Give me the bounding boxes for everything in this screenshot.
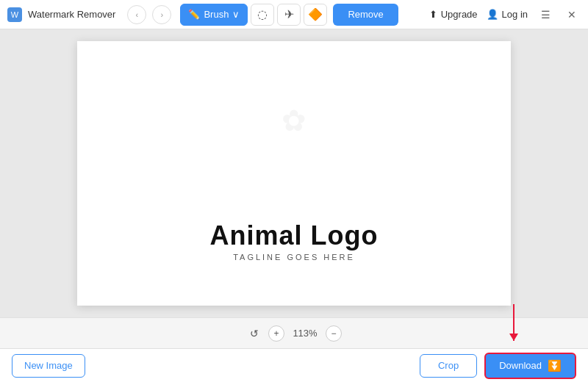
- lasso-tool-button[interactable]: ◌: [251, 4, 274, 26]
- actionbar: New Image Crop Download ⏬: [0, 348, 588, 382]
- logo-title: Animal Logo: [210, 220, 379, 251]
- close-button[interactable]: ✕: [563, 6, 581, 24]
- forward-button[interactable]: ›: [152, 5, 171, 24]
- upgrade-icon: ⬆: [429, 9, 437, 20]
- tool-group: ✏️ Brush ∨ ◌ ✈ 🔶: [180, 4, 327, 26]
- main-area: ✿ Animal Logo TAGLINE GOES HERE: [0, 29, 588, 317]
- menu-button[interactable]: ☰: [537, 6, 554, 24]
- pin-tool-button[interactable]: ✈: [277, 4, 301, 26]
- zoom-out-button[interactable]: −: [326, 325, 342, 342]
- zoom-level: 113%: [290, 328, 320, 339]
- logo-area: Animal Logo TAGLINE GOES HERE: [210, 220, 379, 262]
- app-title: Watermark Remover: [28, 9, 115, 20]
- new-image-button[interactable]: New Image: [12, 354, 85, 378]
- zoom-in-button[interactable]: +: [268, 325, 284, 342]
- download-label: Download: [499, 360, 542, 371]
- download-icon: ⏬: [548, 359, 562, 372]
- brush-label: Brush: [204, 9, 229, 20]
- login-label: Log in: [502, 9, 528, 20]
- eraser-tool-button[interactable]: 🔶: [304, 4, 327, 26]
- statusbar: ↺ + 113% −: [0, 317, 588, 348]
- upgrade-button[interactable]: ⬆ Upgrade: [429, 9, 478, 20]
- reset-zoom-button[interactable]: ↺: [246, 325, 262, 342]
- titlebar: W Watermark Remover ‹ › ✏️ Brush ∨ ◌ ✈ 🔶…: [0, 0, 588, 29]
- action-right: Crop Download ⏬: [420, 353, 576, 379]
- brush-icon: ✏️: [188, 9, 200, 20]
- toolbar-right: ⬆ Upgrade 👤 Log in ☰ ✕: [429, 6, 581, 24]
- user-icon: 👤: [487, 9, 498, 20]
- watermark-ghost: ✿: [282, 104, 306, 137]
- zoom-in-icon: +: [273, 328, 279, 339]
- canvas-container[interactable]: ✿ Animal Logo TAGLINE GOES HERE: [77, 41, 511, 306]
- app-icon: W: [7, 7, 22, 22]
- remove-button[interactable]: Remove: [333, 4, 398, 26]
- download-button[interactable]: Download ⏬: [484, 353, 576, 379]
- login-button[interactable]: 👤 Log in: [487, 9, 528, 20]
- zoom-out-icon: −: [331, 328, 336, 339]
- brush-tool-button[interactable]: ✏️ Brush ∨: [180, 4, 248, 26]
- logo-tagline: TAGLINE GOES HERE: [210, 253, 379, 262]
- zoom-controls: ↺ + 113% −: [246, 325, 342, 342]
- brush-dropdown-icon: ∨: [232, 9, 240, 20]
- back-button[interactable]: ‹: [127, 5, 146, 24]
- crop-button[interactable]: Crop: [420, 354, 477, 378]
- upgrade-label: Upgrade: [441, 9, 478, 20]
